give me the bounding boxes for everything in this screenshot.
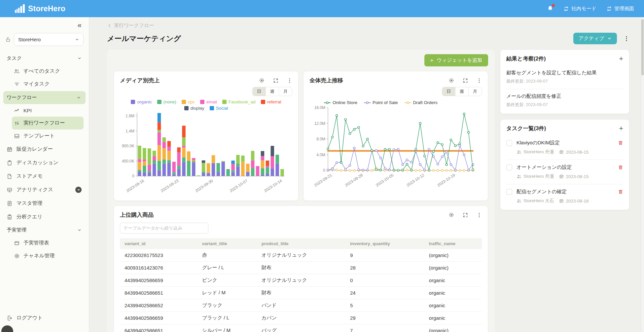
plus-icon: + <box>619 124 623 132</box>
logout-button[interactable]: ログアウト <box>5 311 84 325</box>
table-cell: 44399402586659 <box>120 274 199 287</box>
widget-media-sales: メディア別売上 日 <box>114 71 299 201</box>
file-icon <box>7 173 13 179</box>
table-cell: レッド / M <box>199 287 258 299</box>
line-chart: 04.0M8.0M12.0M16.0M2023-09-212023-09-282… <box>309 106 482 190</box>
breadcrumb-label: 実行ワークフロー <box>114 22 154 29</box>
svg-text:2023-09-16: 2023-09-16 <box>125 178 145 193</box>
bar-chart-legend: organic(none)cpcemailFacebook_adreferral… <box>127 99 285 111</box>
add-task-button[interactable]: + <box>619 125 623 132</box>
notes-panel: 結果と考察(2件) + 顧客セグメントを設定して配信した結果 最終更新: 202… <box>500 50 629 114</box>
sidebar-group-budget[interactable]: 予実管理 <box>5 224 84 237</box>
task-title[interactable]: オートメーションの設定 <box>517 164 614 170</box>
table-cell: シルバー / M <box>199 324 258 332</box>
tab-week[interactable]: 週 <box>455 87 468 96</box>
sidebar-item-channel-mgmt[interactable]: チャネル管理 <box>12 249 84 262</box>
svg-text:16.0M: 16.0M <box>314 106 325 110</box>
table-row: 40093161423076グレー / L財布28(organic) <box>120 262 482 274</box>
page-scrollbar[interactable] <box>641 17 644 332</box>
task-checkbox[interactable] <box>506 189 512 195</box>
kebab-icon[interactable] <box>477 78 482 83</box>
sidebar-item-my-tasks[interactable]: マイタスク <box>12 78 84 91</box>
table-cell: organic <box>426 287 482 299</box>
sidebar-group-tasks[interactable]: タスク <box>5 52 84 65</box>
people-icon <box>517 199 521 203</box>
table-filter-input[interactable] <box>120 223 208 234</box>
sidebar-item-store-memo[interactable]: ストアメモ <box>5 169 84 183</box>
tab-week[interactable]: 週 <box>266 87 279 96</box>
top-bar: StoreHero 社内モード 管理画面 <box>0 0 644 17</box>
sidebar-item-analytics[interactable]: アナリティクス <box>5 183 84 197</box>
task-title[interactable]: KlaviyoのDKIM設定 <box>517 140 614 146</box>
svg-text:8.0M: 8.0M <box>316 137 325 141</box>
table-row: 84399402586651レッド / M財布24organic <box>120 287 482 299</box>
svg-text:2023-09-23: 2023-09-23 <box>160 178 179 193</box>
gear-icon[interactable] <box>259 78 265 83</box>
trash-icon[interactable] <box>618 165 623 170</box>
legend-item: Social <box>210 106 228 111</box>
tab-day[interactable]: 日 <box>442 87 455 96</box>
sidebar-group-workflow[interactable]: ワークフロー <box>3 91 86 104</box>
right-panel: 結果と考察(2件) + 顧客セグメントを設定して配信した結果 最終更新: 202… <box>500 50 629 210</box>
workspace-select[interactable]: StoreHero <box>14 33 84 46</box>
sidebar-item-budget-table[interactable]: 予実管理表 <box>12 237 84 249</box>
task-checkbox[interactable] <box>506 140 512 146</box>
notifications-button[interactable] <box>547 5 554 12</box>
note-item[interactable]: 顧客セグメントを設定して配信した結果 最終更新: 2023-09-07 <box>506 66 623 89</box>
widget-title: メディア別売上 <box>120 77 160 84</box>
widget-total-sales: 全体売上推移 日 週 <box>303 71 488 201</box>
query-icon <box>7 214 13 220</box>
chevron-down-icon <box>77 56 82 60</box>
sidebar: « StoreHero タスク すべてのタスク <box>0 17 89 332</box>
scrollbar-thumb[interactable] <box>641 19 644 75</box>
sidebar-collapse-button[interactable]: « <box>5 20 84 30</box>
add-note-button[interactable]: + <box>619 55 623 62</box>
sidebar-item-promo-calendar[interactable]: 販促カレンダー <box>5 142 84 156</box>
kebab-icon[interactable] <box>287 78 292 83</box>
svg-text:0: 0 <box>323 168 325 173</box>
task-checkbox[interactable] <box>506 165 512 170</box>
svg-text:900.0K: 900.0K <box>122 144 134 148</box>
tab-month[interactable]: 月 <box>279 87 292 96</box>
kebab-icon[interactable] <box>477 212 482 218</box>
sidebar-item-all-tasks[interactable]: すべてのタスク <box>12 65 84 78</box>
legend-swatch <box>182 100 186 104</box>
expand-icon[interactable] <box>273 78 278 83</box>
sidebar-item-master-mgmt[interactable]: マスタ管理 <box>5 197 84 210</box>
sidebar-item-template[interactable]: テンプレート <box>12 129 84 142</box>
clipboard-icon <box>7 160 13 166</box>
table-cell: (organic) <box>426 324 482 332</box>
legend-item: email <box>200 99 217 104</box>
table-cell: organic <box>426 299 482 312</box>
breadcrumb[interactable]: 実行ワークフロー <box>107 22 629 29</box>
legend-item: Point of Sale <box>364 100 398 105</box>
expand-icon[interactable] <box>463 212 468 218</box>
note-item[interactable]: メールの配信頻度を修正 最終更新: 2023-09-07 <box>506 89 623 112</box>
legend-item: Facebook_ad <box>222 99 256 104</box>
task-due-date: 2023-08-18 <box>559 199 589 203</box>
table-cell: organic <box>426 274 482 287</box>
sidebar-item-discussion[interactable]: ディスカッション <box>5 156 84 169</box>
status-dropdown-button[interactable]: アクティブ <box>573 33 617 44</box>
tab-day[interactable]: 日 <box>253 87 266 96</box>
sidebar-item-analysis-query[interactable]: 分析クエリ <box>5 210 84 224</box>
gear-icon[interactable] <box>448 212 454 218</box>
trash-icon[interactable] <box>618 189 623 195</box>
chevron-down-icon <box>77 228 82 232</box>
svg-text:450.0K: 450.0K <box>122 159 134 164</box>
expand-icon[interactable] <box>463 78 468 83</box>
kebab-icon[interactable] <box>624 36 629 42</box>
internal-mode-button[interactable]: 社内モード <box>563 6 596 12</box>
trash-icon[interactable] <box>618 140 623 146</box>
add-widget-button[interactable]: + ウィジェットを追加 <box>424 54 488 66</box>
gear-icon[interactable] <box>448 78 454 83</box>
sidebar-item-exec-workflow[interactable]: 実行ワークフロー <box>12 117 84 129</box>
task-title[interactable]: 配信セグメントの確定 <box>517 189 614 195</box>
arrow-right-badge-icon[interactable] <box>75 187 82 193</box>
notification-dot <box>552 4 555 7</box>
table-cell: カバン <box>258 312 347 324</box>
sidebar-item-kpi[interactable]: KPI <box>12 105 84 117</box>
admin-screen-button[interactable]: 管理画面 <box>606 6 634 12</box>
tab-month[interactable]: 月 <box>468 87 482 96</box>
task-assignee: StoreHero 大石 <box>517 198 554 204</box>
